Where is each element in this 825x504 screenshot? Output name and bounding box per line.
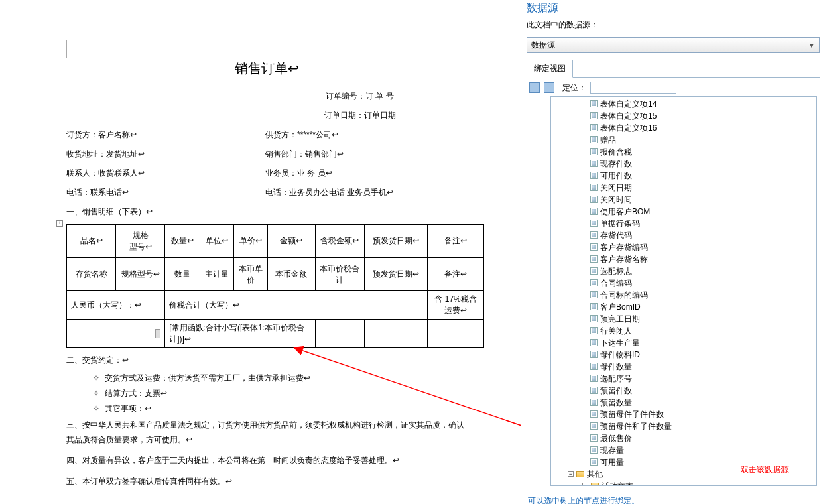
- file-icon: [590, 363, 598, 370]
- order-number: 订单编号：订 单 号: [66, 91, 468, 102]
- tree-item[interactable]: 现存量: [588, 444, 816, 456]
- tree-item[interactable]: 表体自定义项15: [588, 110, 816, 122]
- file-icon: [590, 410, 598, 418]
- tree-item[interactable]: 关闭日期: [588, 182, 816, 194]
- th-name: 品名↩: [67, 225, 116, 258]
- cell-qty: 数量: [165, 258, 200, 291]
- tree-item[interactable]: 客户存货名称: [588, 253, 816, 265]
- file-icon: [590, 315, 598, 322]
- file-icon: [590, 434, 598, 442]
- tree-item[interactable]: 可用件数: [588, 170, 816, 182]
- th-shipdate: 预发货日期↩: [364, 225, 427, 258]
- collapse-icon[interactable]: −: [568, 471, 574, 477]
- toolbar-icon-2[interactable]: [544, 82, 554, 93]
- tree-folder-active-text[interactable]: −活动文本: [580, 480, 816, 486]
- para-4: 四、对质量有异议，客户应于三天内提出，本公司将在第一时间以负责的态度给予妥善处理…: [66, 454, 468, 468]
- file-icon: [590, 399, 598, 406]
- bullet-payment: 结算方式：支票↩: [66, 388, 468, 399]
- tree-item[interactable]: 选配序号: [588, 373, 816, 385]
- tree-item[interactable]: 行关闭人: [588, 325, 816, 337]
- locator-input[interactable]: [590, 82, 676, 94]
- ship-address: 收货地址：发货地址↩: [66, 149, 265, 160]
- phone: 电话：联系电话↩: [66, 187, 265, 198]
- collapse-icon[interactable]: −: [582, 483, 588, 486]
- tree-item[interactable]: 客户存货编码: [588, 241, 816, 253]
- table-anchor-icon[interactable]: +: [56, 220, 63, 227]
- sales-dept: 销售部门：销售部门↩: [265, 149, 464, 160]
- tree-item[interactable]: 预留母件和子件数量: [588, 420, 816, 432]
- panel-description: 此文档中的数据源：: [521, 18, 825, 37]
- file-icon: [590, 387, 598, 394]
- chevron-down-icon: ▼: [808, 42, 815, 49]
- tree-item[interactable]: 表体自定义项14: [588, 98, 816, 110]
- file-icon: [590, 148, 598, 155]
- tree-item[interactable]: 预留件数: [588, 385, 816, 397]
- cell-func-content[interactable]: [常用函数:合计小写([表体1:本币价税合计])]↩: [165, 320, 316, 348]
- cell-shipdate: 预发货日期↩: [364, 258, 427, 291]
- file-icon: [590, 327, 598, 334]
- tree-item[interactable]: 表体自定义项16: [588, 122, 816, 134]
- tree-item[interactable]: 合同编码: [588, 277, 816, 289]
- cell-func-left[interactable]: [67, 320, 165, 348]
- file-icon: [590, 375, 598, 382]
- file-icon: [590, 243, 598, 251]
- document-canvas: 销售订单↩ 订单编号：订 单 号 订单日期：订单日期 订货方：客户名称↩供货方：…: [0, 0, 521, 504]
- tree-item[interactable]: 下达生产量: [588, 337, 816, 349]
- folder-icon: [576, 471, 584, 477]
- para-5: 五、本订单双方签字确认后传真件同样有效。↩: [66, 475, 468, 489]
- tree-item[interactable]: 预留母件子件件数: [588, 409, 816, 420]
- file-icon: [590, 172, 598, 179]
- tree-item[interactable]: 客户BomID: [588, 301, 816, 313]
- tree-item[interactable]: 单据行条码: [588, 218, 816, 229]
- tree-item[interactable]: 母件数量: [588, 361, 816, 373]
- cell-pricetax-upper: 价税合计（大写）↩: [165, 291, 428, 320]
- cell-amount: 本币金额: [267, 258, 315, 291]
- cell-empty-3: [428, 320, 484, 348]
- tree-view[interactable]: 表体自定义项14表体自定义项15表体自定义项16赠品报价含税现存件数可用件数关闭…: [550, 96, 817, 486]
- cell-unit: 主计量: [200, 258, 234, 291]
- phone-2: 电话：业务员办公电话 业务员手机↩: [265, 187, 464, 198]
- datasource-combo[interactable]: 数据源 ▼: [527, 37, 820, 53]
- file-icon: [590, 208, 598, 215]
- cell-empty-1: [315, 320, 364, 348]
- order-date: 订单日期：订单日期: [66, 110, 468, 121]
- footer-hint: 可以选中树上的节点进行绑定。: [521, 490, 825, 504]
- cell-spec: 规格型号↩: [116, 258, 165, 291]
- file-icon: [590, 351, 598, 358]
- tree-item[interactable]: 预留数量: [588, 397, 816, 409]
- th-unit: 单位↩: [200, 225, 234, 258]
- file-icon: [590, 136, 598, 143]
- tree-toolbar: 定位：: [529, 82, 817, 94]
- locator-label: 定位：: [562, 82, 586, 94]
- tree-item[interactable]: 选配标志: [588, 265, 816, 277]
- datasource-panel: 数据源 此文档中的数据源： 数据源 ▼ 绑定视图 定位： 表体自定义项14表体自…: [521, 0, 825, 504]
- tree-item[interactable]: 母件物料ID: [588, 349, 816, 361]
- th-spec: 规格 型号↩: [116, 225, 165, 258]
- section-delivery-heading: 二、交货约定：↩: [66, 355, 468, 366]
- field-handle-icon[interactable]: [155, 329, 160, 338]
- tree-item[interactable]: 赠品: [588, 134, 816, 146]
- cell-empty-2: [364, 320, 427, 348]
- tree-item[interactable]: 关闭时间: [588, 194, 816, 206]
- cell-price: 本币单价: [233, 258, 267, 291]
- detail-table: 品名↩ 规格 型号↩ 数量↩ 单位↩ 单价↩ 金额↩ 含税金额↩ 预发货日期↩ …: [66, 224, 484, 348]
- tree-item[interactable]: 存货代码: [588, 229, 816, 241]
- tab-strip: 绑定视图: [527, 60, 820, 78]
- annotation-text: 双击该数据源: [741, 464, 789, 475]
- file-icon: [590, 160, 598, 167]
- tree-item[interactable]: 预完工日期: [588, 313, 816, 325]
- file-icon: [590, 291, 598, 298]
- tree-item[interactable]: 使用客户BOM: [588, 206, 816, 218]
- section-detail-heading: 一、销售明细（下表）↩: [66, 206, 468, 218]
- file-icon: [590, 255, 598, 263]
- tree-item[interactable]: 最低售价: [588, 432, 816, 444]
- tree-item[interactable]: 合同标的编码: [588, 289, 816, 301]
- toolbar-icon-1[interactable]: [529, 82, 540, 93]
- bullet-delivery: 交货方式及运费：供方送货至需方工厂，由供方承担运费↩: [66, 373, 468, 384]
- file-icon: [590, 446, 598, 454]
- tab-binding-view[interactable]: 绑定视图: [527, 60, 573, 78]
- tree-item[interactable]: 现存件数: [588, 158, 816, 170]
- th-remark: 备注↩: [428, 225, 484, 258]
- file-icon: [590, 184, 598, 191]
- tree-item[interactable]: 报价含税: [588, 146, 816, 158]
